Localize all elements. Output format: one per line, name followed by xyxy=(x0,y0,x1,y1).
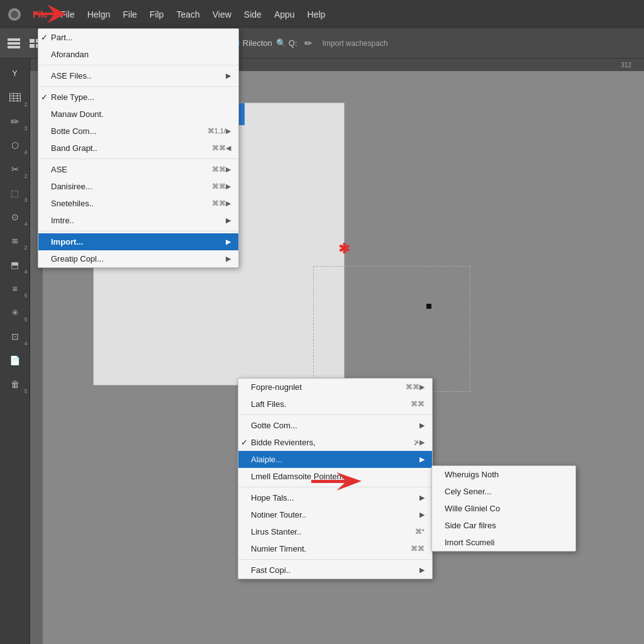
lt-tool-lines[interactable]: ≡5 xyxy=(4,277,26,300)
shortcut-label-5: ⌘⌘▶ xyxy=(199,199,231,208)
lt-tool-scissors[interactable]: ✂2 xyxy=(4,158,26,180)
lt-tool-table[interactable]: 2 xyxy=(4,86,26,109)
menubar-item-side[interactable]: Side xyxy=(238,0,268,28)
menu-item-manaw[interactable]: Manaw Dount. xyxy=(38,106,238,123)
shortcut-label-3: ⌘⌘▶ xyxy=(199,165,231,174)
menubar-item-appu[interactable]: Appu xyxy=(268,0,301,28)
menu-item-greatip[interactable]: Greatip Copl... ▶ xyxy=(38,250,238,267)
shortcut-laft: ⌘⌘ xyxy=(398,400,425,408)
arrow-fast-copi: ▶ xyxy=(419,566,425,574)
shortcut-label-4: ⌘⌘▶ xyxy=(199,182,231,191)
menu-item-side-car[interactable]: Side Car filres xyxy=(432,517,575,534)
svg-rect-13 xyxy=(9,93,10,102)
menubar-item-filp[interactable]: Filp xyxy=(143,0,170,28)
menubar-items: File File Helgn File Filp Teach View Sid… xyxy=(26,0,639,28)
menubar-item-help[interactable]: Help xyxy=(301,0,332,28)
search-icon: 🔍 xyxy=(276,38,286,48)
import-divider-3 xyxy=(238,559,432,560)
menu-item-hope[interactable]: Hope Tals... ▶ xyxy=(238,489,432,506)
menu-item-band[interactable]: Band Grapt.. ⌘⌘◀ xyxy=(38,140,238,157)
lt-tool-frame[interactable]: ⬚3 xyxy=(4,182,26,204)
menubar-item-file[interactable]: File xyxy=(26,0,54,28)
arrow-icon-4: ▶ xyxy=(226,255,231,263)
menu-item-ase[interactable]: ASE ⌘⌘▶ xyxy=(38,161,238,178)
menu-item-wheruigs[interactable]: Wheruigs Noth xyxy=(432,466,575,483)
checkmark-bidde: ✓ xyxy=(241,438,248,447)
arrow-notiner: ▶ xyxy=(419,511,425,519)
toolbar-search[interactable]: 🔍 Q: xyxy=(276,38,297,48)
menu-item-fopre[interactable]: Fopre-nugnlet ⌘⌘▶ xyxy=(238,379,432,396)
svg-rect-12 xyxy=(9,101,21,101)
menu-item-notiner[interactable]: Notiner Touter.. ▶ xyxy=(238,506,432,523)
shortcut-lirus: ⌘* xyxy=(402,528,425,536)
lt-tool-fill[interactable]: ⬒4 xyxy=(4,253,26,276)
arrow-hope: ▶ xyxy=(419,494,425,502)
toolbar-icon-pen[interactable]: ✏ xyxy=(301,36,316,51)
lt-tool-circle[interactable]: ⊙4 xyxy=(4,206,26,228)
menu-item-fast-copi[interactable]: Fast Copi.. ▶ xyxy=(238,562,432,579)
menu-item-snetehiles[interactable]: Snetehiles.. ⌘⌘▶ xyxy=(38,195,238,212)
arrow-icon: ▶ xyxy=(226,72,231,80)
menubar-item-teach[interactable]: Teach xyxy=(170,0,206,28)
import-divider-2 xyxy=(238,487,432,487)
lt-tool-wave[interactable]: ≋2 xyxy=(4,230,26,252)
menu-item-ase-files[interactable]: ASE Files.. ▶ xyxy=(38,67,238,84)
menu-item-lmell[interactable]: Lmell Edamsoite Pointen... xyxy=(238,468,432,485)
svg-rect-10 xyxy=(9,96,21,96)
arrow-icon-3: ▶ xyxy=(226,238,231,246)
menu-item-lirus[interactable]: Lirus Stanter.. ⌘* xyxy=(238,523,432,540)
menu-item-part[interactable]: ✓ Part... xyxy=(38,29,238,46)
svg-rect-15 xyxy=(17,93,18,102)
lt-tool-select[interactable]: Y xyxy=(4,62,26,85)
svg-point-1 xyxy=(11,11,18,18)
toolbar-import-label: Import wachespach xyxy=(323,39,388,48)
menu-item-botte[interactable]: Botte Com... ⌘1,1/▶ xyxy=(38,123,238,140)
shortcut-fopre: ⌘⌘▶ xyxy=(393,383,425,391)
shortcut-bidde: ⊁▶ xyxy=(401,438,425,447)
import-submenu: Fopre-nugnlet ⌘⌘▶ Laft Files. ⌘⌘ Gotte C… xyxy=(238,378,433,579)
import-divider-1 xyxy=(238,414,432,415)
menu-item-cely[interactable]: Cely Sener... xyxy=(432,483,575,500)
alaiple-submenu: Wheruigs Noth Cely Sener... Wille Glinie… xyxy=(431,465,576,552)
arrow-gotte: ▶ xyxy=(419,421,425,430)
red-asterisk: ✱ xyxy=(338,241,350,257)
menu-item-danisiree[interactable]: Danisiree... ⌘⌘▶ xyxy=(38,178,238,195)
dashed-selection xyxy=(313,266,470,392)
menu-item-numier[interactable]: Numier Timent. ⌘⌘ xyxy=(238,540,432,557)
shortcut-numier: ⌘⌘ xyxy=(398,545,425,553)
menu-item-gotte[interactable]: Gotte Com... ▶ xyxy=(238,417,432,434)
svg-rect-9 xyxy=(9,93,21,94)
menu-item-rele-type[interactable]: ✓ Rele Type... xyxy=(38,89,238,106)
menu-item-imort[interactable]: Imort Scumeli xyxy=(432,534,575,551)
menubar-item-helgn[interactable]: Helgn xyxy=(81,0,117,28)
svg-rect-2 xyxy=(8,38,20,41)
menubar-item-file3[interactable]: File xyxy=(116,0,143,28)
lt-tool-pencil[interactable]: ✏3 xyxy=(4,110,26,133)
checkmark-icon: ✓ xyxy=(41,33,48,42)
svg-rect-11 xyxy=(9,98,21,99)
menu-divider xyxy=(38,65,238,65)
lt-tool-grid[interactable]: ⊡4 xyxy=(4,325,26,348)
svg-rect-16 xyxy=(20,93,21,102)
svg-rect-7 xyxy=(30,44,35,48)
checkmark-icon-2: ✓ xyxy=(41,92,48,102)
menu-item-aforandan[interactable]: Aforandan xyxy=(38,46,238,63)
menu-divider-4 xyxy=(38,231,238,231)
lt-tool-star[interactable]: ✳5 xyxy=(4,301,26,324)
menu-item-wille[interactable]: Wille Gliniel Co xyxy=(432,500,575,517)
menubar-item-view[interactable]: View xyxy=(206,0,238,28)
shortcut-label: ⌘1,1/▶ xyxy=(195,127,231,135)
menu-item-import[interactable]: Import... ▶ xyxy=(38,233,238,250)
menu-item-bidde[interactable]: ✓ Bidde Revienters, ⊁▶ xyxy=(238,434,432,451)
svg-rect-5 xyxy=(30,39,35,43)
file-menu: ✓ Part... Aforandan ASE Files.. ▶ ✓ Rele… xyxy=(38,28,239,268)
lt-tool-trash[interactable]: 🗑5 xyxy=(4,373,26,396)
lt-tool-doc[interactable]: 📄 xyxy=(4,349,26,372)
menu-item-laft[interactable]: Laft Files. ⌘⌘ xyxy=(238,396,432,413)
lt-tool-shape[interactable]: ⬡4 xyxy=(4,134,26,157)
menu-item-alaiple[interactable]: Alaiple... ▶ xyxy=(238,451,432,468)
menu-item-imtre[interactable]: Imtre.. ▶ xyxy=(38,212,238,229)
shortcut-label-2: ⌘⌘◀ xyxy=(199,144,231,152)
menubar-item-file2[interactable]: File xyxy=(54,0,81,28)
toolbar-btn-1[interactable] xyxy=(5,35,23,52)
